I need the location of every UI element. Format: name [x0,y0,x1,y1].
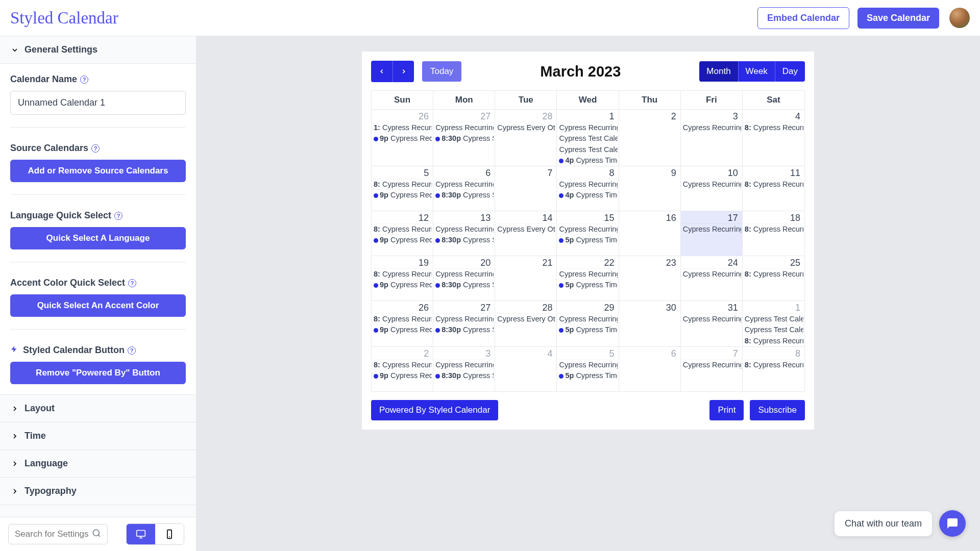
quick-select-language-button[interactable]: Quick Select A Language [10,227,186,249]
calendar-cell[interactable]: 14Cypress Every Othe [495,211,557,256]
calendar-event[interactable]: 9p Cypress Recu [373,189,432,200]
calendar-event[interactable]: 8:30p Cypress S [434,279,494,290]
embed-calendar-button[interactable]: Embed Calendar [757,7,849,29]
calendar-event[interactable]: 9p Cypress Recu [373,279,432,290]
calendar-event[interactable]: 5p Cypress Time [558,324,617,335]
calendar-event[interactable]: 8:30p Cypress S [434,189,494,200]
print-button[interactable]: Print [709,400,744,420]
powered-by-button[interactable]: Powered By Styled Calendar [371,400,498,420]
calendar-cell[interactable]: 118: Cypress Recurrin [743,166,804,211]
calendar-cell[interactable]: 128: Cypress Recurrin9p Cypress Recu [372,211,433,256]
calendar-cell[interactable]: 23 [619,256,681,301]
calendar-cell[interactable]: 22Cypress Recurring5p Cypress Time [557,256,619,301]
calendar-cell[interactable]: 9 [619,166,681,211]
week-view-button[interactable]: Week [738,61,775,82]
calendar-event[interactable]: 8: Cypress Recurrin [373,313,432,324]
calendar-cell[interactable]: 30 [619,301,681,347]
mobile-view-button[interactable] [155,524,184,544]
calendar-event[interactable]: 1: Cypress Recurrin [373,122,432,133]
calendar-event[interactable]: Cypress Recurring [558,268,617,279]
calendar-cell[interactable]: 13Cypress Recurring8:30p Cypress S [433,211,495,256]
calendar-event[interactable]: 9p Cypress Recu [373,370,432,381]
calendar-event[interactable]: 8: Cypress Recurrin [744,359,803,370]
calendar-event[interactable]: Cypress Every Othe [496,313,555,324]
calendar-event[interactable]: Cypress Recurring [558,359,617,370]
remove-powered-by-button[interactable]: Remove "Powered By" Button [10,362,186,384]
calendar-event[interactable]: 8:30p Cypress S [434,133,494,143]
help-icon[interactable]: ? [80,76,88,84]
help-icon[interactable]: ? [128,346,136,355]
calendar-cell[interactable]: 28Cypress Every Othe [495,110,557,166]
calendar-event[interactable]: Cypress Recurring [682,359,741,370]
calendar-event[interactable]: 8: Cypress Recurrin [373,179,432,189]
add-remove-source-button[interactable]: Add or Remove Source Calendars [10,160,186,182]
calendar-event[interactable]: 4p Cypress Time [558,155,617,165]
calendar-event[interactable]: Cypress Recurring [682,122,741,133]
calendar-cell[interactable]: 29Cypress Recurring5p Cypress Time [557,301,619,347]
calendar-cell[interactable]: 6 [619,347,681,392]
calendar-cell[interactable]: 27Cypress Recurring8:30p Cypress S [433,301,495,347]
calendar-event[interactable]: 8: Cypress Recurrin [744,122,803,133]
calendar-event[interactable]: Cypress Recurring [682,179,741,189]
calendar-cell[interactable]: 88: Cypress Recurrin [743,347,804,392]
calendar-event[interactable]: Cypress Recurring [558,313,617,324]
calendar-event[interactable]: 8: Cypress Recurrin [744,179,803,189]
calendar-cell[interactable]: 3Cypress Recurring [681,110,743,166]
calendar-cell[interactable]: 5Cypress Recurring5p Cypress Time [557,347,619,392]
prev-month-button[interactable] [371,61,393,82]
calendar-event[interactable]: 8:30p Cypress S [434,324,494,335]
calendar-event[interactable]: 8: Cypress Recurrin [373,268,432,279]
calendar-event[interactable]: 8:30p Cypress S [434,234,494,245]
calendar-event[interactable]: Cypress Test Calen [558,133,617,143]
next-month-button[interactable] [393,61,414,82]
calendar-cell[interactable]: 4 [495,347,557,392]
calendar-cell[interactable]: 8Cypress Recurring4p Cypress Time [557,166,619,211]
calendar-event[interactable]: Cypress Every Othe [496,122,555,133]
calendar-cell[interactable]: 2 [619,110,681,166]
calendar-cell[interactable]: 268: Cypress Recurrin9p Cypress Recu [372,301,433,347]
calendar-event[interactable]: Cypress Recurring [434,179,494,189]
search-settings-input[interactable] [8,524,108,544]
calendar-event[interactable]: 8: Cypress Recurrin [744,268,803,279]
calendar-event[interactable]: 5p Cypress Time [558,234,617,245]
calendar-event[interactable]: Cypress Recurring [434,359,494,370]
help-icon[interactable]: ? [91,144,100,153]
calendar-event[interactable]: 8: Cypress Recurrin [744,223,803,234]
calendar-cell[interactable]: 27Cypress Recurring8:30p Cypress S [433,110,495,166]
section-general-settings[interactable]: General Settings [0,36,196,64]
subscribe-button[interactable]: Subscribe [750,400,805,420]
calendar-event[interactable]: Cypress Recurring [434,268,494,279]
calendar-event[interactable]: 8: Cypress Recurrin [373,223,432,234]
calendar-event[interactable]: 9p Cypress Recu [373,234,432,245]
calendar-cell[interactable]: 7Cypress Recurring [681,347,743,392]
calendar-event[interactable]: Cypress Recurring [434,223,494,234]
calendar-cell[interactable]: 58: Cypress Recurrin9p Cypress Recu [372,166,433,211]
calendar-cell[interactable]: 28: Cypress Recurrin9p Cypress Recu [372,347,433,392]
calendar-event[interactable]: Cypress Recurring [682,223,741,234]
calendar-event[interactable]: Cypress Test Calen [558,144,617,155]
calendar-cell[interactable]: 261: Cypress Recurrin9p Cypress Recu [372,110,433,166]
user-avatar[interactable] [949,8,970,28]
quick-select-accent-button[interactable]: Quick Select An Accent Color [10,294,186,317]
chat-bubble[interactable]: Chat with our team [835,511,932,536]
calendar-cell[interactable]: 15Cypress Recurring5p Cypress Time [557,211,619,256]
calendar-event[interactable]: Cypress Every Othe [496,223,555,234]
calendar-event[interactable]: Cypress Recurring [682,313,741,324]
calendar-event[interactable]: 8: Cypress Recurrin [744,335,803,346]
search-input[interactable] [15,529,92,539]
calendar-cell[interactable]: 1Cypress RecurringCypress Test CalenCypr… [557,110,619,166]
calendar-cell[interactable]: 198: Cypress Recurrin9p Cypress Recu [372,256,433,301]
section-time[interactable]: Time [0,422,196,450]
calendar-event[interactable]: 9p Cypress Recu [373,133,432,143]
calendar-cell[interactable]: 31Cypress Recurring [681,301,743,347]
calendar-event[interactable]: 8: Cypress Recurrin [373,359,432,370]
calendar-event[interactable]: Cypress Recurring [434,313,494,324]
day-view-button[interactable]: Day [775,61,805,82]
calendar-cell[interactable]: 17Cypress Recurring [681,211,743,256]
section-typography[interactable]: Typography [0,478,196,505]
calendar-event[interactable]: Cypress Recurring [558,122,617,133]
calendar-cell[interactable]: 21 [495,256,557,301]
calendar-event[interactable]: Cypress Recurring [434,122,494,133]
calendar-event[interactable]: Cypress Test Calen [744,313,803,324]
calendar-cell[interactable]: 258: Cypress Recurrin [743,256,804,301]
